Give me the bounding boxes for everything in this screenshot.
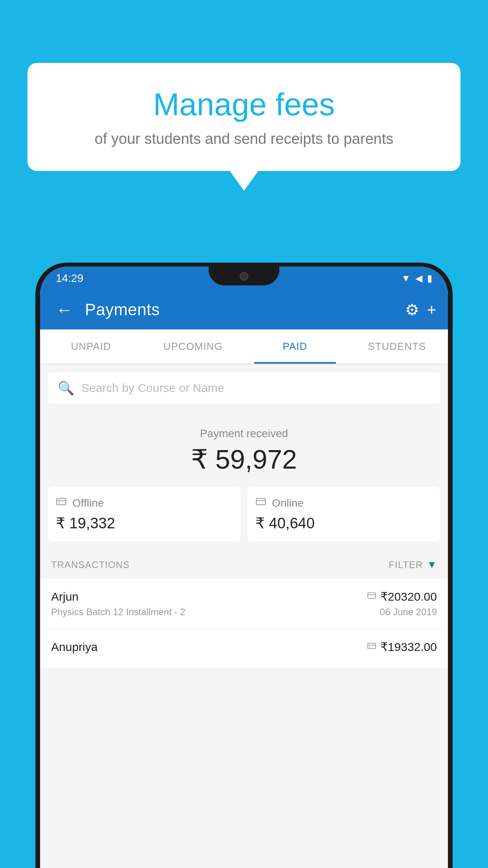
search-placeholder: Search by Course or Name <box>81 381 224 395</box>
transaction-bottom-1: Physics Batch 12 Installment - 2 06 June… <box>51 607 437 618</box>
bubble-title: Manage fees <box>55 86 433 123</box>
app-bar-actions: ⚙ + <box>405 301 436 319</box>
online-card: Online ₹ 40,640 <box>248 487 440 541</box>
tx-icon-1 <box>367 591 376 603</box>
transactions-header: TRANSACTIONS FILTER ▼ <box>40 551 448 579</box>
phone-frame: 14:29 ▼ ◀ ▮ ← Payments ⚙ + UNPAID <box>35 263 453 868</box>
online-icon <box>255 496 266 510</box>
tab-students[interactable]: STUDENTS <box>346 329 448 364</box>
svg-rect-5 <box>368 593 376 598</box>
offline-card-header: Offline <box>56 496 233 510</box>
filter-label: FILTER <box>389 559 423 570</box>
svg-rect-0 <box>57 498 66 505</box>
payment-cards: Offline ₹ 19,332 Online <box>40 487 448 551</box>
student-name-2: Anupriya <box>51 640 97 654</box>
filter-icon: ▼ <box>427 559 437 571</box>
tx-amount-2: ₹19332.00 <box>380 640 437 654</box>
status-icons: ▼ ◀ ▮ <box>401 273 432 284</box>
tab-upcoming[interactable]: UPCOMING <box>142 329 244 364</box>
speech-bubble-container: Manage fees of your students and send re… <box>28 63 460 171</box>
signal-icon: ◀ <box>415 273 422 284</box>
offline-card: Offline ₹ 19,332 <box>48 487 240 541</box>
payment-summary: Payment received ₹ 59,972 <box>40 412 448 487</box>
payment-amount: ₹ 59,972 <box>48 444 440 475</box>
payment-label: Payment received <box>48 427 440 440</box>
amount-area-1: ₹20320.00 <box>367 590 437 603</box>
tx-date-1: 06 June 2019 <box>380 607 437 618</box>
offline-label: Offline <box>72 497 104 509</box>
search-bar[interactable]: 🔍 Search by Course or Name <box>48 372 440 404</box>
tabs-bar: UNPAID UPCOMING PAID STUDENTS <box>40 329 448 364</box>
front-camera <box>240 272 248 281</box>
tab-paid[interactable]: PAID <box>244 329 346 364</box>
app-title: Payments <box>85 300 397 319</box>
add-button[interactable]: + <box>427 301 436 319</box>
transaction-row[interactable]: Arjun ₹20320.00 Physics <box>40 579 448 629</box>
svg-rect-7 <box>368 643 376 649</box>
battery-icon: ▮ <box>427 273 432 284</box>
search-icon: 🔍 <box>58 380 74 396</box>
status-time: 14:29 <box>56 272 83 285</box>
student-name-1: Arjun <box>51 590 79 603</box>
wifi-icon: ▼ <box>401 273 411 284</box>
transactions-label: TRANSACTIONS <box>51 559 130 570</box>
phone-content: 14:29 ▼ ◀ ▮ ← Payments ⚙ + UNPAID <box>40 267 448 868</box>
online-card-header: Online <box>255 496 432 510</box>
course-info-1: Physics Batch 12 Installment - 2 <box>51 607 185 618</box>
app-bar: ← Payments ⚙ + <box>40 290 448 329</box>
tab-unpaid[interactable]: UNPAID <box>40 329 142 364</box>
back-button[interactable]: ← <box>52 296 77 324</box>
amount-area-2: ₹19332.00 <box>367 640 437 654</box>
transaction-top-1: Arjun ₹20320.00 <box>51 590 437 603</box>
transaction-top-2: Anupriya ₹19332.00 <box>51 640 437 654</box>
svg-rect-3 <box>256 498 265 505</box>
settings-button[interactable]: ⚙ <box>405 301 419 319</box>
phone-notch <box>209 267 279 285</box>
tx-amount-1: ₹20320.00 <box>380 590 437 603</box>
filter-button[interactable]: FILTER ▼ <box>389 559 437 571</box>
transaction-row-2[interactable]: Anupriya ₹19332.00 <box>40 629 448 668</box>
online-amount: ₹ 40,640 <box>255 515 432 532</box>
tx-icon-2 <box>367 641 376 653</box>
bubble-subtitle: of your students and send receipts to pa… <box>55 131 433 147</box>
online-label: Online <box>272 497 304 509</box>
offline-icon <box>56 496 67 510</box>
content-area: 🔍 Search by Course or Name Payment recei… <box>40 364 448 868</box>
speech-bubble: Manage fees of your students and send re… <box>28 63 460 171</box>
phone-inner: 14:29 ▼ ◀ ▮ ← Payments ⚙ + UNPAID <box>40 267 448 868</box>
offline-amount: ₹ 19,332 <box>56 515 233 532</box>
